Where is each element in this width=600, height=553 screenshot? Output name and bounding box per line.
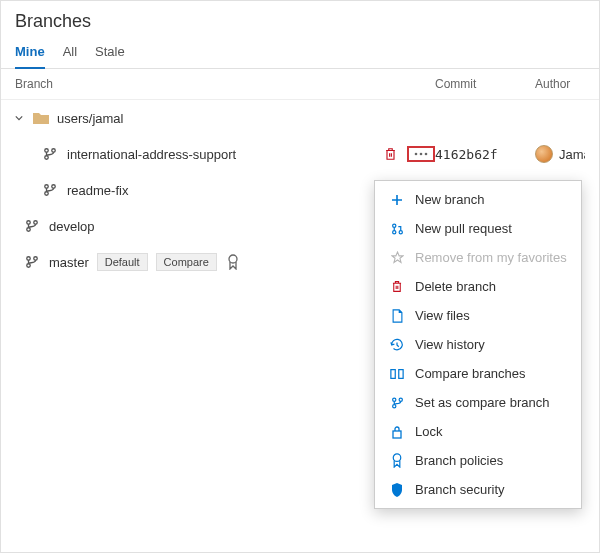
svg-point-13 xyxy=(27,264,31,268)
branch-icon xyxy=(25,255,39,269)
svg-point-8 xyxy=(52,185,56,189)
menu-set-compare[interactable]: Set as compare branch xyxy=(375,388,581,417)
author-cell[interactable]: Jamal xyxy=(535,145,585,163)
menu-label: Lock xyxy=(415,424,442,439)
chevron-down-icon[interactable] xyxy=(15,114,27,122)
pull-request-icon xyxy=(389,222,405,236)
tab-bar: Mine All Stale xyxy=(1,34,599,69)
folder-name: users/jamal xyxy=(57,111,585,126)
menu-label: Branch security xyxy=(415,482,505,497)
ribbon-icon xyxy=(389,453,405,468)
column-commit: Commit xyxy=(435,77,535,91)
delete-icon[interactable] xyxy=(384,147,397,161)
shield-icon xyxy=(389,483,405,497)
history-icon xyxy=(389,338,405,352)
svg-point-4 xyxy=(420,153,423,156)
menu-label: View history xyxy=(415,337,485,352)
menu-label: Delete branch xyxy=(415,279,496,294)
more-actions-icon[interactable] xyxy=(407,146,435,162)
menu-remove-favorite: Remove from my favorites xyxy=(375,243,581,272)
ribbon-icon xyxy=(227,254,239,270)
svg-point-21 xyxy=(392,398,395,401)
tab-mine[interactable]: Mine xyxy=(15,38,45,69)
branch-name: develop xyxy=(49,219,385,234)
branch-name: international-address-support xyxy=(67,147,385,162)
column-author: Author xyxy=(535,77,585,91)
svg-point-14 xyxy=(34,257,38,261)
tab-stale[interactable]: Stale xyxy=(95,38,125,68)
menu-label: Set as compare branch xyxy=(415,395,549,410)
column-headers: Branch Commit Author xyxy=(1,69,599,100)
svg-point-3 xyxy=(415,153,418,156)
svg-point-5 xyxy=(425,153,428,156)
compare-badge: Compare xyxy=(156,253,217,271)
branch-icon xyxy=(43,147,57,161)
plus-icon xyxy=(389,194,405,206)
svg-rect-24 xyxy=(393,431,401,438)
svg-point-10 xyxy=(27,228,31,232)
svg-point-9 xyxy=(27,221,31,225)
svg-point-7 xyxy=(45,192,49,196)
svg-point-17 xyxy=(392,230,395,233)
avatar xyxy=(535,145,553,163)
menu-label: New branch xyxy=(415,192,484,207)
svg-point-16 xyxy=(392,224,395,227)
svg-rect-20 xyxy=(399,369,403,378)
file-icon xyxy=(389,309,405,323)
compare-icon xyxy=(389,368,405,380)
menu-label: Compare branches xyxy=(415,366,526,381)
menu-compare-branches[interactable]: Compare branches xyxy=(375,359,581,388)
svg-point-2 xyxy=(52,149,56,153)
svg-point-1 xyxy=(45,156,49,160)
trash-icon xyxy=(389,280,405,293)
menu-new-pull-request[interactable]: New pull request xyxy=(375,214,581,243)
menu-label: Remove from my favorites xyxy=(415,250,567,265)
folder-row[interactable]: users/jamal xyxy=(1,100,599,136)
svg-point-12 xyxy=(27,257,31,261)
svg-point-0 xyxy=(45,149,49,153)
branch-icon xyxy=(25,219,39,233)
menu-lock[interactable]: Lock xyxy=(375,417,581,446)
commit-hash[interactable]: 4162b62f xyxy=(435,147,535,162)
menu-view-history[interactable]: View history xyxy=(375,330,581,359)
branch-context-menu: New branch New pull request Remove from … xyxy=(374,180,582,509)
svg-point-15 xyxy=(229,255,237,263)
svg-rect-19 xyxy=(391,369,395,378)
default-badge: Default xyxy=(97,253,148,271)
author-name: Jamal xyxy=(559,147,585,162)
branch-icon xyxy=(389,396,405,410)
branch-icon xyxy=(43,183,57,197)
lock-icon xyxy=(389,425,405,439)
svg-point-18 xyxy=(399,230,402,233)
branch-name: master xyxy=(49,255,89,270)
menu-label: New pull request xyxy=(415,221,512,236)
menu-label: Branch policies xyxy=(415,453,503,468)
svg-point-25 xyxy=(393,454,401,462)
branch-row[interactable]: international-address-support 4162b62f J… xyxy=(1,136,599,172)
menu-delete-branch[interactable]: Delete branch xyxy=(375,272,581,301)
folder-icon xyxy=(33,111,49,125)
svg-point-22 xyxy=(392,404,395,407)
page-title: Branches xyxy=(1,1,599,34)
svg-point-6 xyxy=(45,185,49,189)
menu-new-branch[interactable]: New branch xyxy=(375,185,581,214)
svg-point-23 xyxy=(399,398,402,401)
menu-branch-policies[interactable]: Branch policies xyxy=(375,446,581,475)
menu-view-files[interactable]: View files xyxy=(375,301,581,330)
svg-point-11 xyxy=(34,221,38,225)
menu-label: View files xyxy=(415,308,470,323)
tab-all[interactable]: All xyxy=(63,38,77,68)
menu-branch-security[interactable]: Branch security xyxy=(375,475,581,504)
star-outline-icon xyxy=(389,251,405,264)
branch-name: readme-fix xyxy=(67,183,385,198)
column-branch: Branch xyxy=(15,77,435,91)
